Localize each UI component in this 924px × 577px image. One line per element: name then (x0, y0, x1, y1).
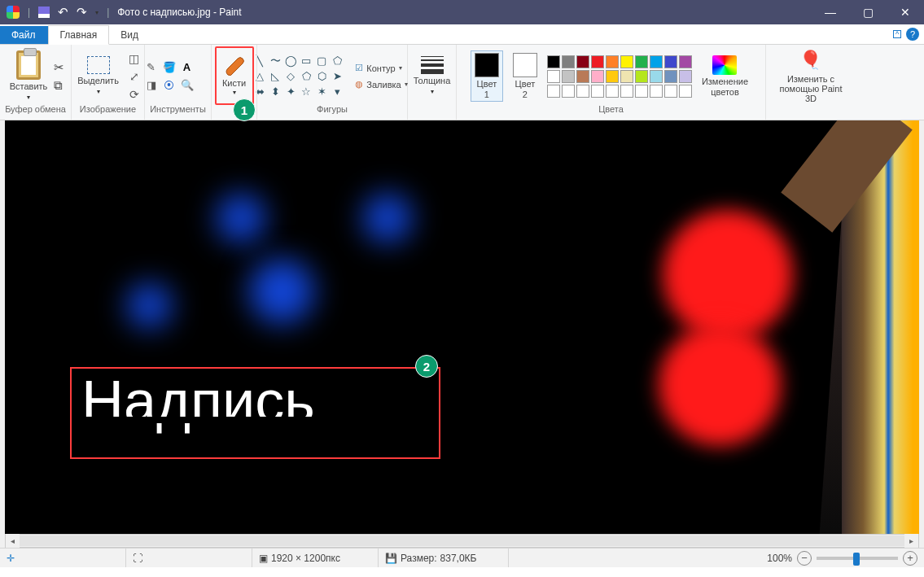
palette-swatch[interactable] (606, 85, 619, 98)
shape-curve-icon: 〜 (269, 55, 282, 68)
rainbow-icon (712, 55, 737, 75)
eraser-icon[interactable]: ◨ (144, 78, 159, 93)
minimize-button[interactable]: — (812, 0, 849, 24)
zoom-slider[interactable] (817, 557, 898, 560)
redo-icon[interactable]: ↷ (77, 5, 87, 20)
canvas-image: Надпись 2 (5, 120, 919, 543)
palette-swatch[interactable] (650, 55, 663, 68)
copy-icon[interactable]: ⧉ (54, 78, 64, 93)
palette-swatch[interactable] (650, 70, 663, 83)
palette-swatch[interactable] (679, 70, 692, 83)
pencil-icon[interactable]: ✎ (144, 60, 159, 75)
shapes-gallery[interactable]: ╲〜◯▭▢⬠ △◺◇⬠⬡➤ ⬌⬍✦☆✶▾ (253, 55, 344, 98)
minimize-ribbon-icon[interactable]: ^ (893, 30, 901, 38)
palette-swatch[interactable] (547, 70, 560, 83)
tab-home[interactable]: Главная (48, 25, 110, 45)
color2-button[interactable]: Цвет 2 (510, 51, 541, 100)
palette-swatch[interactable] (576, 55, 589, 68)
shape-roundrect-icon: ▢ (315, 55, 328, 68)
zoom-controls: 100% − + (760, 551, 924, 566)
horizontal-scrollbar[interactable]: ◂ ▸ (5, 534, 919, 548)
cursor-pos-cell: ✛ (0, 549, 126, 567)
edit-colors-button[interactable]: Изменение цветов (698, 54, 751, 98)
palette-swatch[interactable] (664, 70, 677, 83)
text-icon[interactable]: A (180, 60, 195, 75)
palette-swatch[interactable] (620, 55, 633, 68)
tab-file[interactable]: Файл (0, 26, 48, 44)
brushes-button[interactable]: Кисти ▾ (215, 46, 254, 105)
palette-swatch[interactable] (591, 70, 604, 83)
paint3d-button[interactable]: 🎈 Изменить с помощью Paint 3D (771, 48, 851, 105)
canvas-size-cell: ▣1920 × 1200пкс (252, 549, 379, 567)
palette-swatch[interactable] (547, 55, 560, 68)
zoom-in-button[interactable]: + (903, 551, 917, 566)
shape-rect-icon: ▭ (300, 55, 313, 68)
rotate-icon[interactable]: ⟳ (127, 87, 142, 102)
file-size-label: Размер: (401, 553, 437, 564)
selection-icon: ⛶ (133, 553, 142, 564)
cursor-icon: ✛ (7, 553, 15, 564)
palette-swatch[interactable] (562, 85, 575, 98)
palette-swatch[interactable] (576, 70, 589, 83)
file-size-value: 837,0КБ (440, 553, 477, 564)
save-icon[interactable] (38, 7, 50, 18)
group-paint3d: 🎈 Изменить с помощью Paint 3D . (766, 45, 856, 120)
shape-arrow-icon: ➤ (331, 70, 344, 83)
canvas-viewport[interactable]: Надпись 2 (5, 120, 919, 543)
palette-swatch[interactable] (635, 55, 648, 68)
shape-hex-icon: ⬡ (315, 70, 328, 83)
crop-icon[interactable]: ◫ (127, 51, 142, 66)
select-label: Выделить (77, 76, 119, 85)
scroll-right-icon[interactable]: ▸ (904, 534, 918, 548)
color-palette[interactable] (547, 55, 692, 98)
palette-swatch[interactable] (650, 85, 663, 98)
paste-button[interactable]: Вставить▾ (7, 49, 51, 103)
palette-swatch[interactable] (635, 70, 648, 83)
color1-button[interactable]: Цвет 1 (471, 50, 503, 101)
shape-star4-icon: ✦ (284, 85, 297, 98)
close-button[interactable]: ✕ (887, 0, 924, 24)
palette-swatch[interactable] (620, 85, 633, 98)
cut-icon[interactable]: ✂ (54, 60, 64, 75)
size-button[interactable]: Толщина▾ (410, 55, 454, 98)
palette-swatch[interactable] (664, 85, 677, 98)
palette-swatch[interactable] (679, 85, 692, 98)
scroll-left-icon[interactable]: ◂ (6, 534, 20, 548)
qat-dropdown-icon[interactable]: ▾ (95, 8, 99, 16)
shape-fill-dropdown[interactable]: ◍Заливка▾ (352, 77, 410, 91)
palette-swatch[interactable] (606, 70, 619, 83)
shape-outline-dropdown[interactable]: ☑Контур▾ (352, 61, 410, 75)
maximize-button[interactable]: ▢ (849, 0, 887, 24)
group-colors: Цвет 1 Цвет 2 Изменение цветов Цвета (457, 45, 766, 120)
shape-pent-icon: ⬠ (300, 70, 313, 83)
shape-oval-icon: ◯ (284, 55, 297, 68)
palette-swatch[interactable] (547, 85, 560, 98)
color1-swatch-icon (475, 53, 499, 77)
picker-icon[interactable]: ⦿ (162, 78, 177, 93)
palette-swatch[interactable] (635, 85, 648, 98)
palette-swatch[interactable] (562, 70, 575, 83)
group-label: Изображение (80, 104, 136, 116)
bucket-icon[interactable]: 🪣 (162, 60, 177, 75)
palette-swatch[interactable] (620, 70, 633, 83)
callout-2: 2 (415, 355, 438, 378)
resize-icon[interactable]: ⤢ (127, 69, 142, 84)
tab-view[interactable]: Вид (109, 26, 151, 44)
palette-swatch[interactable] (664, 55, 677, 68)
zoom-value: 100% (767, 553, 792, 564)
zoom-out-button[interactable]: − (797, 551, 812, 566)
palette-swatch[interactable] (591, 55, 604, 68)
select-button[interactable]: Выделить▾ (74, 55, 122, 98)
separator-icon: | (28, 7, 30, 18)
palette-swatch[interactable] (679, 55, 692, 68)
palette-swatch[interactable] (606, 55, 619, 68)
undo-icon[interactable]: ↶ (58, 5, 68, 20)
window-title: Фото с надписью.jpg - Paint (117, 7, 241, 18)
size-inner-label: Толщина (414, 76, 451, 85)
palette-swatch[interactable] (576, 85, 589, 98)
palette-swatch[interactable] (562, 55, 575, 68)
palette-swatch[interactable] (591, 85, 604, 98)
outline-label: Контур (366, 63, 395, 73)
magnifier-icon[interactable]: 🔍 (180, 78, 195, 93)
help-icon[interactable]: ? (906, 28, 919, 41)
